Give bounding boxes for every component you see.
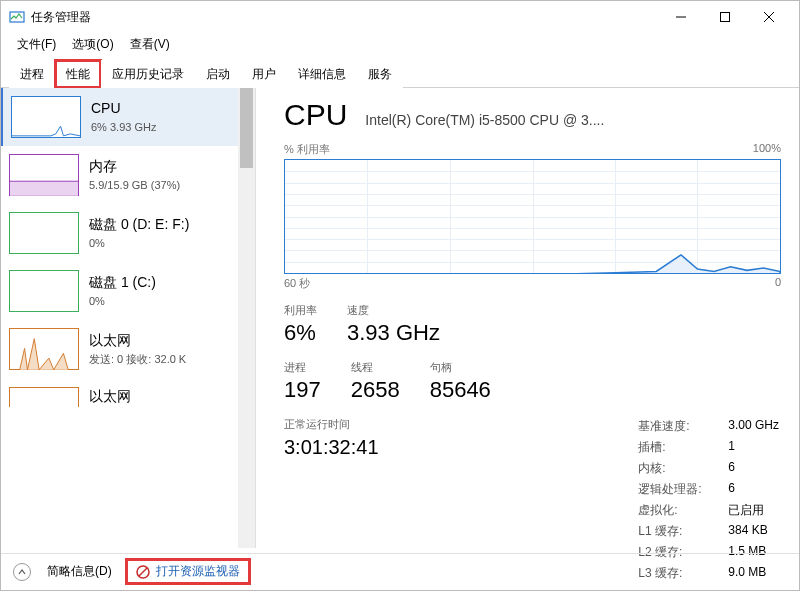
sidebar-item-disk-0[interactable]: 磁盘 0 (D: E: F:) 0% — [1, 204, 255, 262]
sidebar-scrollbar[interactable] — [238, 88, 255, 548]
cpu-utilization-chart[interactable] — [284, 159, 781, 274]
menu-options[interactable]: 选项(O) — [64, 34, 121, 55]
tab-performance[interactable]: 性能 — [55, 60, 101, 88]
spec-key: 逻辑处理器: — [638, 481, 728, 498]
sidebar-item-ethernet-0[interactable]: 以太网 发送: 0 接收: 32.0 K — [1, 320, 255, 378]
threads-label: 线程 — [351, 360, 400, 375]
spec-key: 虚拟化: — [638, 502, 728, 519]
spec-val: 6 — [728, 481, 735, 498]
util-label: 利用率 — [284, 303, 317, 318]
spec-val: 3.00 GHz — [728, 418, 779, 435]
svg-rect-2 — [721, 13, 730, 22]
tab-app-history[interactable]: 应用历史记录 — [101, 60, 195, 88]
spec-key: 内核: — [638, 460, 728, 477]
speed-value: 3.93 GHz — [347, 320, 440, 346]
disk-mini-graph — [9, 212, 79, 254]
spec-val: 已启用 — [728, 502, 764, 519]
proc-value: 197 — [284, 377, 321, 403]
brief-info-button[interactable]: 简略信息(D) — [47, 563, 112, 580]
spec-val: 1 — [728, 439, 735, 456]
disk-mini-graph — [9, 270, 79, 312]
handles-value: 85646 — [430, 377, 491, 403]
maximize-button[interactable] — [703, 2, 747, 32]
sidebar-item-label: 磁盘 1 (C:) — [89, 272, 156, 293]
tab-startup[interactable]: 启动 — [195, 60, 241, 88]
menu-file[interactable]: 文件(F) — [9, 34, 64, 55]
sidebar-item-label: 内存 — [89, 156, 180, 177]
util-value: 6% — [284, 320, 317, 346]
resource-monitor-icon — [136, 565, 150, 579]
tab-details[interactable]: 详细信息 — [287, 60, 357, 88]
cpu-specs-table: 基准速度:3.00 GHz 插槽:1 内核:6 逻辑处理器:6 虚拟化:已启用 … — [638, 418, 779, 548]
chart-max-label: 100% — [753, 142, 781, 157]
collapse-icon[interactable] — [13, 563, 31, 581]
page-title: CPU — [284, 98, 347, 132]
sidebar-item-value: 5.9/15.9 GB (37%) — [89, 177, 180, 194]
spec-key: 基准速度: — [638, 418, 728, 435]
svg-rect-5 — [10, 181, 78, 196]
sidebar-item-ethernet-1[interactable]: 以太网 — [1, 378, 255, 407]
performance-sidebar: CPU 6% 3.93 GHz 内存 5.9/15.9 GB (37%) 磁盘 … — [1, 88, 256, 548]
main-panel: CPU Intel(R) Core(TM) i5-8500 CPU @ 3...… — [256, 88, 799, 548]
chart-util-label: % 利用率 — [284, 142, 330, 157]
spec-key: 插槽: — [638, 439, 728, 456]
handles-label: 句柄 — [430, 360, 491, 375]
minimize-button[interactable] — [659, 2, 703, 32]
sidebar-item-disk-1[interactable]: 磁盘 1 (C:) 0% — [1, 262, 255, 320]
close-button[interactable] — [747, 2, 791, 32]
tab-services[interactable]: 服务 — [357, 60, 403, 88]
sidebar-item-label: CPU — [91, 98, 156, 119]
spec-key: L2 缓存: — [638, 544, 728, 548]
open-resource-monitor-link[interactable]: 打开资源监视器 — [128, 561, 248, 582]
speed-label: 速度 — [347, 303, 440, 318]
spec-val: 1.5 MB — [728, 544, 766, 548]
sidebar-item-value: 6% 3.93 GHz — [91, 119, 156, 136]
sidebar-item-label: 磁盘 0 (D: E: F:) — [89, 214, 189, 235]
chart-x-left: 60 秒 — [284, 276, 310, 291]
sidebar-item-memory[interactable]: 内存 5.9/15.9 GB (37%) — [1, 146, 255, 204]
spec-val: 384 KB — [728, 523, 767, 540]
ethernet-mini-graph — [9, 328, 79, 370]
spec-val: 6 — [728, 460, 735, 477]
proc-label: 进程 — [284, 360, 321, 375]
sidebar-item-value: 0% — [89, 235, 189, 252]
chart-x-right: 0 — [775, 276, 781, 291]
window-title: 任务管理器 — [31, 9, 659, 26]
ethernet-mini-graph — [9, 387, 79, 407]
cpu-mini-graph — [11, 96, 81, 138]
cpu-model: Intel(R) Core(TM) i5-8500 CPU @ 3.... — [365, 112, 604, 128]
svg-line-8 — [139, 568, 147, 576]
sidebar-item-value: 发送: 0 接收: 32.0 K — [89, 351, 186, 368]
sidebar-item-label: 以太网 — [89, 330, 186, 351]
tab-users[interactable]: 用户 — [241, 60, 287, 88]
threads-value: 2658 — [351, 377, 400, 403]
resource-monitor-label: 打开资源监视器 — [156, 563, 240, 580]
sidebar-item-cpu[interactable]: CPU 6% 3.93 GHz — [1, 88, 255, 146]
menu-view[interactable]: 查看(V) — [122, 34, 178, 55]
taskmgr-icon — [9, 9, 25, 25]
memory-mini-graph — [9, 154, 79, 196]
sidebar-item-label: 以太网 — [89, 386, 131, 407]
spec-key: L1 缓存: — [638, 523, 728, 540]
tab-processes[interactable]: 进程 — [9, 60, 55, 88]
sidebar-item-value: 0% — [89, 293, 156, 310]
